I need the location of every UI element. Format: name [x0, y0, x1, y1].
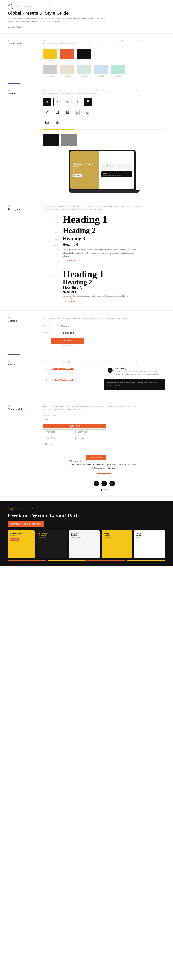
- color-palette-desc: These are the primary and secondary colo…: [43, 40, 141, 45]
- blurb-link-3[interactable]: Freelance Qualified Leads: [51, 379, 73, 381]
- footer-screenshot-1: Freelance Writer Layout Pack Get Started: [8, 530, 35, 558]
- modules-title: Other modules: [8, 408, 43, 410]
- laptop-body: Hire Compelling FreelanceWriters Heading…: [69, 150, 136, 190]
- footer-title: Freelance Writer Layout Pack: [8, 512, 165, 519]
- primary-swatches: primary secondary dark: [43, 49, 165, 62]
- blurbs-desc: Use short and punchy copy that highlight…: [43, 361, 141, 363]
- color-swatch-secondary: secondary: [60, 49, 74, 62]
- visuals-title: Visuals: [8, 92, 43, 95]
- logo-icon: D: [8, 4, 13, 10]
- footer-ss-text-1: Layout Pack: [10, 535, 33, 536]
- last-name-input[interactable]: [76, 430, 106, 434]
- buttons-label-left: 04 Buttons: [8, 317, 43, 348]
- footer-ss-3-text: Freelance Writers: [71, 537, 98, 538]
- btn-primary-row: primary Button text: [43, 323, 165, 329]
- swatch-neutral2: [60, 65, 74, 75]
- modules-label-left: 06 Other modules: [8, 405, 43, 491]
- visuals-desc: These visual elements have been carefull…: [43, 89, 141, 95]
- icon-quote-dark: ❝: [84, 98, 92, 106]
- footer-bar-1: [8, 560, 46, 560]
- heading-1-display: Heading 1: [63, 215, 108, 225]
- social-facebook[interactable]: f: [94, 481, 99, 486]
- other-modules-section: 06 Other modules Lorem ipsum dolor sit a…: [0, 399, 173, 497]
- footer-brand-label: Check out the free: [14, 508, 35, 510]
- swatch-label-primary: primary: [48, 60, 52, 62]
- text-styles-label: 03 Text styles: [8, 205, 43, 304]
- cta-btn-caption: button/cta (text): [51, 345, 84, 347]
- email-input[interactable]: [43, 417, 106, 422]
- page-dot-2[interactable]: [103, 489, 105, 491]
- cta-btn-row: Subscribe: [51, 338, 84, 344]
- form-container: SUBSCRIBE: [43, 417, 106, 452]
- email-col: [43, 436, 74, 441]
- swatch-label-n3: neutral03: [81, 75, 87, 77]
- color-swatch-neutral4: neutral04: [94, 65, 108, 77]
- icon-menu-outline: ≡: [74, 98, 81, 106]
- separator-dots: [43, 132, 165, 133]
- email-address-input[interactable]: [43, 436, 74, 441]
- modules-number: 06: [8, 405, 43, 407]
- laptop-right-panel: Heading Lorem ipsum dolor sit amet Headi…: [99, 151, 134, 189]
- laptop-screen: Hire Compelling FreelanceWriters Heading…: [70, 151, 134, 189]
- logo-area: D Freelance Writer Layout Pack: [8, 4, 165, 10]
- footer-screenshot-4: WritingPortfolio Layout Pack: [102, 530, 132, 558]
- cta-button[interactable]: Subscribe: [51, 338, 84, 344]
- visuals-section: 02 Visuals These visual elements have be…: [0, 84, 173, 199]
- form-module: contact form SUBSCRIBE: [43, 415, 165, 452]
- message-textarea[interactable]: [43, 442, 106, 452]
- social-linkedin[interactable]: in: [109, 481, 115, 486]
- laptop-notch: [98, 190, 110, 191]
- visuals-number: 02: [8, 89, 43, 91]
- secondary-button[interactable]: Button text: [57, 330, 79, 336]
- footer-ss-btn: Get Started: [10, 538, 19, 541]
- blurbs-label-left: 05 Blurbs: [8, 361, 43, 393]
- laptop-card-2: Heading Lorem ipsum dolor sit amet: [117, 163, 132, 170]
- page-dot-1[interactable]: [101, 489, 102, 491]
- footer-screenshot-5: WriterPortfolio Professional: [134, 530, 165, 558]
- header-link[interactable]: Visit our website: [8, 26, 21, 28]
- primary-button[interactable]: Button text: [55, 323, 77, 329]
- text-styles-number: 03: [8, 205, 43, 207]
- blurbs-number: 05: [8, 361, 43, 363]
- visuals-content: These visual elements have been carefull…: [43, 89, 165, 192]
- blurb-link-1[interactable]: Freelance Qualified Leads: [51, 368, 73, 369]
- combined-h2: Heading 2: [63, 279, 130, 286]
- laptop-card-row: Heading Lorem ipsum dolor sit amet Headi…: [102, 163, 132, 170]
- subject-input[interactable]: [76, 436, 106, 441]
- blurbs-content: Use short and punchy copy that highlight…: [43, 361, 165, 393]
- footer-ss-title-1: Freelance Writer: [10, 533, 33, 535]
- page-dot-3[interactable]: [106, 489, 108, 491]
- page-description: This guide provides essential guidance t…: [8, 17, 106, 23]
- style-row-h1: Heading 1 Heading 1: [43, 215, 165, 225]
- style-row-link: Link Link/button text: [43, 259, 165, 262]
- footer-cta-button[interactable]: GET THE LAYOUT PACK FOR FREE: [8, 522, 44, 527]
- buttons-content: When used consistently these button styl…: [43, 317, 165, 348]
- first-name-input[interactable]: [43, 430, 74, 434]
- blurb-circle-icon: C: [107, 368, 113, 373]
- footer-bar-2: [48, 560, 86, 560]
- laptop-left-panel: Hire Compelling FreelanceWriters Heading…: [70, 151, 99, 189]
- icons-row-2: ✓ ⊞ 🖥 📊 ⊕: [43, 108, 165, 116]
- style-row-combined: All styles Heading 1 Heading 2 Heading 3…: [43, 268, 165, 302]
- swatch-neutral3: [77, 65, 91, 75]
- buttons-desc: When used consistently these button styl…: [43, 317, 141, 320]
- color-swatch-dark: dark: [77, 49, 91, 62]
- icon-chart-plain: 📊: [74, 108, 81, 116]
- subject-col: [76, 436, 106, 441]
- laptop-dark-title: Heading: [103, 173, 130, 174]
- submit-row-simple: SUBSCRIBE: [43, 423, 106, 428]
- text-styles-title: Text styles: [8, 208, 43, 210]
- icons-row-1: ✎ ✓ ✎ ≡ ❝: [43, 98, 165, 106]
- btn-cta-row: CTA Subscribe button/cta (text): [43, 338, 165, 347]
- simple-subscribe-btn[interactable]: SUBSCRIBE: [43, 423, 106, 428]
- social-twitter[interactable]: t: [102, 481, 107, 486]
- blurbs-title: Blurbs: [8, 363, 43, 366]
- combined-body: Lorem ipsum dolor sit amet consectetur a…: [63, 294, 130, 300]
- color-swatch-neutral2: neutral02: [60, 65, 74, 77]
- section-title: Color palette: [8, 42, 43, 45]
- social-icons-row: f t in: [43, 481, 165, 486]
- swatch-label-n2: neutral02: [64, 75, 70, 77]
- combined-link: Link/button text: [63, 300, 130, 302]
- form-submit-btn[interactable]: Send Message: [87, 455, 106, 460]
- testimonial-author[interactable]: - First and last name: [43, 472, 165, 474]
